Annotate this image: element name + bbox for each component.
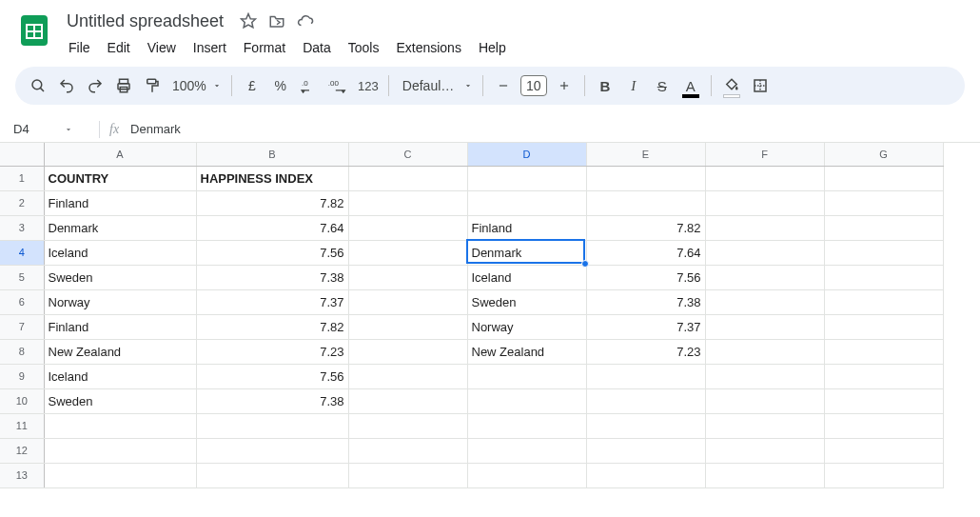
cell-G8[interactable] — [824, 339, 943, 364]
column-header-B[interactable]: B — [196, 143, 348, 166]
cell-B12[interactable] — [196, 438, 348, 463]
menu-data[interactable]: Data — [295, 36, 339, 59]
increase-decimal-button[interactable]: .00 — [324, 72, 353, 99]
cell-E10[interactable] — [586, 388, 705, 413]
cell-F13[interactable] — [705, 463, 824, 487]
cell-F6[interactable] — [705, 289, 824, 314]
currency-button[interactable]: £ — [239, 72, 265, 99]
cell-E11[interactable] — [586, 413, 705, 438]
row-header-12[interactable]: 12 — [0, 438, 44, 463]
name-box[interactable]: D4 — [0, 116, 89, 142]
cell-E4[interactable]: 7.64 — [586, 240, 705, 265]
cell-F11[interactable] — [705, 413, 824, 438]
cell-B9[interactable]: 7.56 — [196, 364, 348, 388]
cell-A5[interactable]: Sweden — [44, 265, 196, 289]
cell-B11[interactable] — [196, 413, 348, 438]
cell-G6[interactable] — [824, 289, 943, 314]
cell-A8[interactable]: New Zealand — [44, 339, 196, 364]
cell-D10[interactable] — [467, 388, 586, 413]
cell-D7[interactable]: Norway — [467, 314, 586, 339]
column-header-C[interactable]: C — [348, 143, 467, 166]
menu-help[interactable]: Help — [471, 36, 514, 59]
cell-F8[interactable] — [705, 339, 824, 364]
cell-G5[interactable] — [824, 265, 943, 289]
cell-F10[interactable] — [705, 388, 824, 413]
column-header-G[interactable]: G — [824, 143, 943, 166]
cell-D3[interactable]: Finland — [467, 215, 586, 240]
cell-F9[interactable] — [705, 364, 824, 388]
cell-A12[interactable] — [44, 438, 196, 463]
column-header-F[interactable]: F — [705, 143, 824, 166]
spreadsheet-grid[interactable]: ABCDEFG1COUNTRYHAPPINESS INDEX2Finland7.… — [0, 143, 980, 488]
cell-C1[interactable] — [348, 166, 467, 190]
font-size-input[interactable]: 10 — [520, 75, 547, 96]
decrease-font-size-button[interactable] — [490, 72, 517, 99]
row-header-11[interactable]: 11 — [0, 413, 44, 438]
cell-A4[interactable]: Iceland — [44, 240, 196, 265]
cell-B3[interactable]: 7.64 — [196, 215, 348, 240]
cell-B8[interactable]: 7.23 — [196, 339, 348, 364]
menu-edit[interactable]: Edit — [100, 36, 138, 59]
cell-G11[interactable] — [824, 413, 943, 438]
cell-D13[interactable] — [467, 463, 586, 487]
cell-C4[interactable] — [348, 240, 467, 265]
cell-D6[interactable]: Sweden — [467, 289, 586, 314]
row-header-3[interactable]: 3 — [0, 215, 44, 240]
cell-D11[interactable] — [467, 413, 586, 438]
row-header-7[interactable]: 7 — [0, 314, 44, 339]
cell-A7[interactable]: Finland — [44, 314, 196, 339]
cell-G2[interactable] — [824, 190, 943, 215]
column-header-D[interactable]: D — [467, 143, 586, 166]
strikethrough-button[interactable]: S — [649, 72, 676, 99]
cell-A10[interactable]: Sweden — [44, 388, 196, 413]
row-header-4[interactable]: 4 — [0, 240, 44, 265]
cell-C10[interactable] — [348, 388, 467, 413]
cell-A9[interactable]: Iceland — [44, 364, 196, 388]
cell-G7[interactable] — [824, 314, 943, 339]
row-header-8[interactable]: 8 — [0, 339, 44, 364]
cell-C3[interactable] — [348, 215, 467, 240]
cell-F5[interactable] — [705, 265, 824, 289]
cell-F3[interactable] — [705, 215, 824, 240]
column-header-A[interactable]: A — [44, 143, 196, 166]
undo-button[interactable] — [53, 72, 80, 99]
row-header-6[interactable]: 6 — [0, 289, 44, 314]
cell-A3[interactable]: Denmark — [44, 215, 196, 240]
cell-B6[interactable]: 7.37 — [196, 289, 348, 314]
cell-F4[interactable] — [705, 240, 824, 265]
cell-G10[interactable] — [824, 388, 943, 413]
cell-C13[interactable] — [348, 463, 467, 487]
row-header-9[interactable]: 9 — [0, 364, 44, 388]
menu-view[interactable]: View — [140, 36, 184, 59]
cell-E2[interactable] — [586, 190, 705, 215]
borders-button[interactable] — [747, 72, 774, 99]
cell-C11[interactable] — [348, 413, 467, 438]
paint-format-button[interactable] — [139, 72, 166, 99]
cell-F1[interactable] — [705, 166, 824, 190]
star-icon[interactable] — [239, 11, 258, 30]
italic-button[interactable]: I — [620, 72, 647, 99]
cell-C8[interactable] — [348, 339, 467, 364]
print-button[interactable] — [110, 72, 137, 99]
increase-font-size-button[interactable] — [551, 72, 578, 99]
sheets-logo[interactable] — [15, 8, 53, 53]
row-header-5[interactable]: 5 — [0, 265, 44, 289]
cell-G12[interactable] — [824, 438, 943, 463]
cell-B13[interactable] — [196, 463, 348, 487]
menu-tools[interactable]: Tools — [341, 36, 387, 59]
cell-E9[interactable] — [586, 364, 705, 388]
menu-file[interactable]: File — [61, 36, 98, 59]
cell-D12[interactable] — [467, 438, 586, 463]
cell-F12[interactable] — [705, 438, 824, 463]
redo-button[interactable] — [82, 72, 108, 99]
cell-G3[interactable] — [824, 215, 943, 240]
cell-G1[interactable] — [824, 166, 943, 190]
row-header-10[interactable]: 10 — [0, 388, 44, 413]
cell-D8[interactable]: New Zealand — [467, 339, 586, 364]
cell-C5[interactable] — [348, 265, 467, 289]
cell-D4[interactable]: Denmark — [467, 240, 586, 265]
cell-B2[interactable]: 7.82 — [196, 190, 348, 215]
zoom-dropdown[interactable]: 100% — [167, 72, 225, 99]
cell-C12[interactable] — [348, 438, 467, 463]
cell-E7[interactable]: 7.37 — [586, 314, 705, 339]
